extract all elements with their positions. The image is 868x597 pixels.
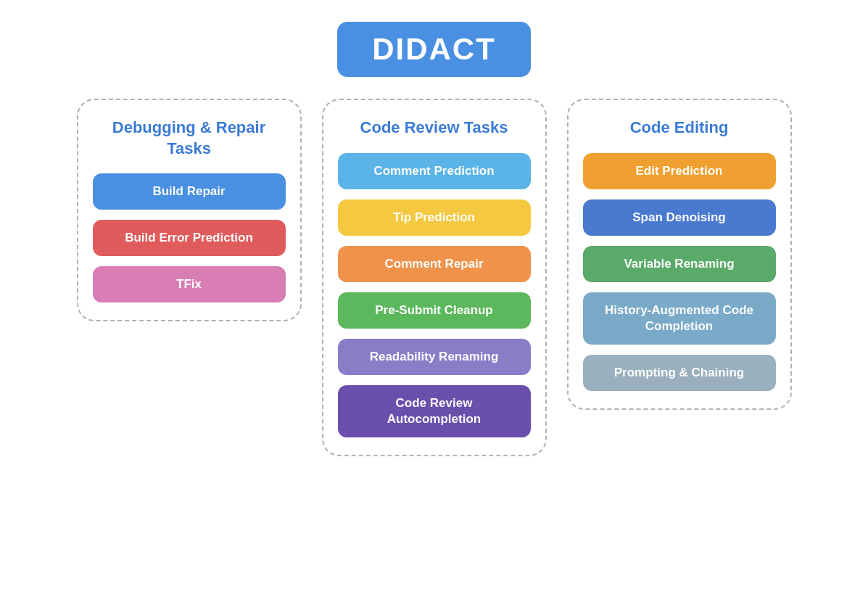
prompting-chaining-btn[interactable]: Prompting & Chaining [583, 355, 776, 391]
history-augmented-btn[interactable]: History-Augmented Code Completion [583, 292, 776, 345]
columns-container: Debugging & Repair Tasks Build Repair Bu… [15, 99, 853, 456]
build-repair-btn[interactable]: Build Repair [93, 173, 286, 210]
span-denoising-btn[interactable]: Span Denoising [583, 199, 776, 236]
comment-repair-btn[interactable]: Comment Repair [338, 246, 531, 282]
review-panel: Code Review Tasks Comment Prediction Tip… [322, 99, 547, 456]
main-title: DIDACT [337, 22, 531, 77]
editing-panel: Code Editing Edit Prediction Span Denois… [567, 99, 792, 410]
tip-prediction-btn[interactable]: Tip Prediction [338, 199, 531, 236]
review-panel-title: Code Review Tasks [360, 118, 508, 139]
variable-renaming-btn[interactable]: Variable Renaming [583, 246, 776, 282]
edit-prediction-btn[interactable]: Edit Prediction [583, 153, 776, 189]
comment-prediction-btn[interactable]: Comment Prediction [338, 153, 531, 189]
pre-submit-cleanup-btn[interactable]: Pre-Submit Cleanup [338, 292, 531, 329]
code-review-autocompletion-btn[interactable]: Code Review Autocompletion [338, 385, 531, 437]
tfix-btn[interactable]: TFix [93, 266, 286, 302]
build-error-prediction-btn[interactable]: Build Error Prediction [93, 220, 286, 256]
debug-panel: Debugging & Repair Tasks Build Repair Bu… [77, 99, 302, 321]
readability-renaming-btn[interactable]: Readability Renaming [338, 339, 531, 375]
debug-panel-title: Debugging & Repair Tasks [93, 118, 286, 159]
editing-panel-title: Code Editing [630, 118, 729, 139]
